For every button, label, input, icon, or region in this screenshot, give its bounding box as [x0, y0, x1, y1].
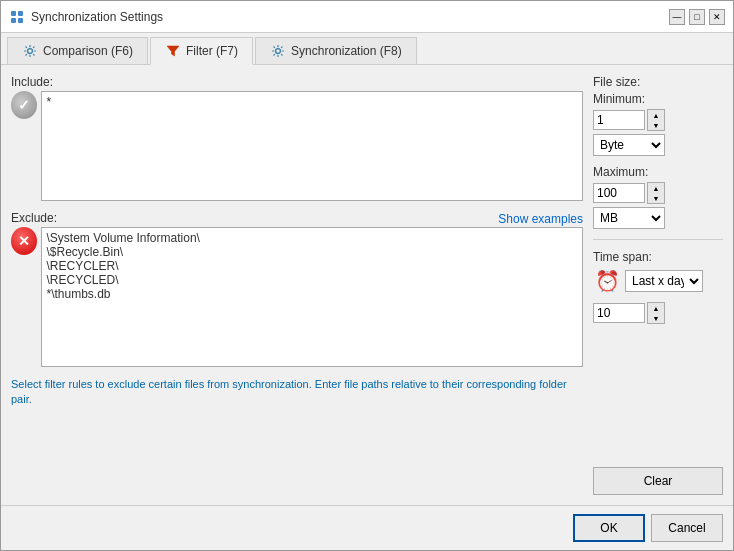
- svg-rect-0: [11, 11, 16, 16]
- tab-synchronization[interactable]: Synchronization (F8): [255, 37, 417, 64]
- minimum-up-button[interactable]: ▲: [648, 110, 664, 120]
- time-span-section: Time span: ⏰ Last x days: Last x hours: …: [593, 250, 723, 324]
- maximum-up-button[interactable]: ▲: [648, 183, 664, 193]
- tab-filter[interactable]: Filter (F7): [150, 37, 253, 65]
- maximum-down-button[interactable]: ▼: [648, 193, 664, 203]
- include-section: Include: ✓ *: [11, 75, 583, 201]
- exclude-area: ✕ \System Volume Information\ \$Recycle.…: [11, 227, 583, 367]
- maximum-unit-select[interactable]: Byte KB MB GB: [593, 207, 665, 229]
- file-size-section: File size: Minimum: ▲ ▼ Byte KB MB GB: [593, 75, 723, 229]
- time-span-label: Time span:: [593, 250, 723, 264]
- minimize-button[interactable]: —: [669, 9, 685, 25]
- show-examples-link[interactable]: Show examples: [498, 212, 583, 226]
- main-window: Synchronization Settings — □ ✕ Compariso…: [0, 0, 734, 551]
- gear-icon-sync: [270, 43, 286, 59]
- app-icon: [9, 9, 25, 25]
- ok-button[interactable]: OK: [573, 514, 645, 542]
- title-bar: Synchronization Settings — □ ✕: [1, 1, 733, 33]
- hint-text: Select filter rules to exclude certain f…: [11, 377, 583, 408]
- gear-icon-comparison: [22, 43, 38, 59]
- filter-icon: [165, 43, 181, 59]
- maximize-button[interactable]: □: [689, 9, 705, 25]
- tab-comparison-label: Comparison (F6): [43, 44, 133, 58]
- svg-point-6: [276, 49, 281, 54]
- file-size-label: File size:: [593, 75, 723, 89]
- svg-marker-5: [167, 46, 179, 56]
- cancel-button[interactable]: Cancel: [651, 514, 723, 542]
- tab-bar: Comparison (F6) Filter (F7) Synchronizat…: [1, 33, 733, 65]
- minimum-unit-row: Byte KB MB GB: [593, 134, 723, 156]
- bottom-bar: OK Cancel: [1, 505, 733, 550]
- svg-rect-1: [18, 11, 23, 16]
- minimum-down-button[interactable]: ▼: [648, 120, 664, 130]
- include-area: ✓ *: [11, 91, 583, 201]
- tab-sync-label: Synchronization (F8): [291, 44, 402, 58]
- tab-filter-label: Filter (F7): [186, 44, 238, 58]
- maximum-unit-row: Byte KB MB GB: [593, 207, 723, 229]
- minimum-unit-select[interactable]: Byte KB MB GB: [593, 134, 665, 156]
- exclude-header: Exclude: Show examples: [11, 211, 583, 227]
- close-button[interactable]: ✕: [709, 9, 725, 25]
- timespan-value-row: ▲ ▼: [593, 302, 723, 324]
- minimum-spin-row: ▲ ▼: [593, 109, 723, 131]
- svg-rect-3: [18, 18, 23, 23]
- timespan-value-input[interactable]: [593, 303, 645, 323]
- minimum-input[interactable]: [593, 110, 645, 130]
- title-bar-controls: — □ ✕: [669, 9, 725, 25]
- maximum-label: Maximum:: [593, 165, 723, 179]
- clock-icon: ⏰: [593, 267, 621, 295]
- window-title: Synchronization Settings: [31, 10, 163, 24]
- minimum-label: Minimum:: [593, 92, 723, 106]
- timespan-mode-row: ⏰ Last x days: Last x hours: Specific da…: [593, 267, 723, 295]
- timespan-spinner: ▲ ▼: [647, 302, 665, 324]
- exclude-status-icon: ✕: [11, 227, 37, 255]
- exclude-section: Exclude: Show examples ✕ \System Volume …: [11, 207, 583, 367]
- divider: [593, 239, 723, 240]
- tab-comparison[interactable]: Comparison (F6): [7, 37, 148, 64]
- right-panel: File size: Minimum: ▲ ▼ Byte KB MB GB: [593, 75, 723, 495]
- clear-button[interactable]: Clear: [593, 467, 723, 495]
- timespan-up-button[interactable]: ▲: [648, 303, 664, 313]
- svg-point-4: [28, 49, 33, 54]
- svg-rect-2: [11, 18, 16, 23]
- include-label: Include:: [11, 75, 583, 89]
- include-status-icon: ✓: [11, 91, 37, 119]
- minimum-spinner: ▲ ▼: [647, 109, 665, 131]
- exclude-textarea[interactable]: \System Volume Information\ \$Recycle.Bi…: [41, 227, 583, 367]
- title-bar-left: Synchronization Settings: [9, 9, 163, 25]
- exclude-label: Exclude:: [11, 211, 57, 225]
- maximum-spinner: ▲ ▼: [647, 182, 665, 204]
- maximum-spin-row: ▲ ▼: [593, 182, 723, 204]
- timespan-mode-select[interactable]: Last x days: Last x hours: Specific date: [625, 270, 703, 292]
- left-panel: Include: ✓ * Exclude: Show examples ✕ \S…: [11, 75, 583, 495]
- right-spacer: [593, 328, 723, 463]
- timespan-down-button[interactable]: ▼: [648, 313, 664, 323]
- content-area: Include: ✓ * Exclude: Show examples ✕ \S…: [1, 65, 733, 505]
- include-textarea[interactable]: *: [41, 91, 583, 201]
- maximum-input[interactable]: [593, 183, 645, 203]
